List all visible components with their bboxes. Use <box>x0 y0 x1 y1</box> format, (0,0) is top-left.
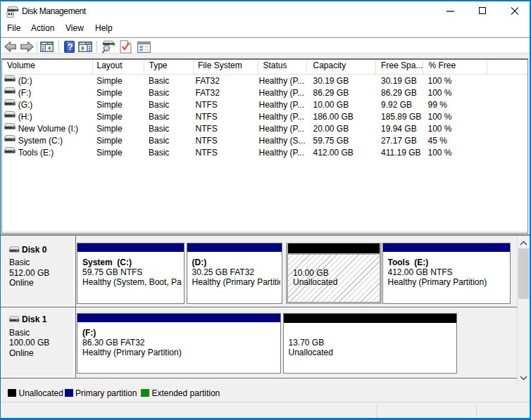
svg-text:?: ? <box>68 42 73 52</box>
